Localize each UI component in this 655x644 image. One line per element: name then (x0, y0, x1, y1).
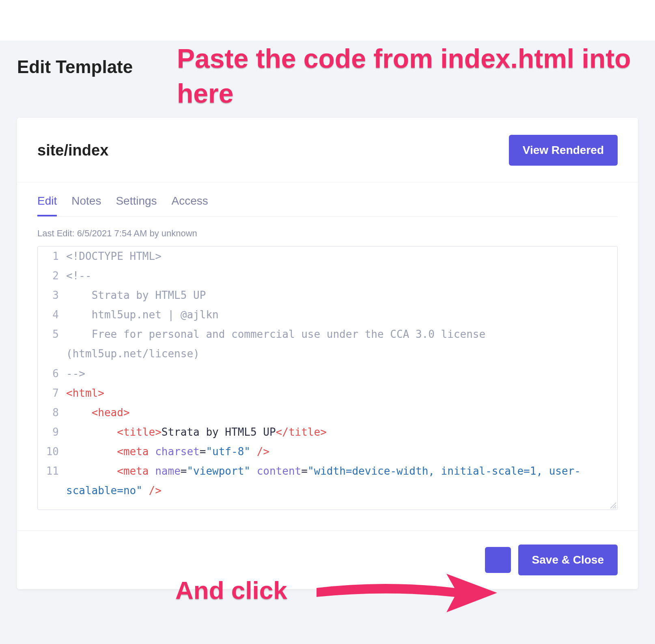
code-text: html5up.net | @ajlkn (66, 305, 617, 324)
line-number: 7 (38, 383, 66, 403)
code-line: 4 html5up.net | @ajlkn (38, 305, 617, 324)
line-number: 9 (38, 422, 66, 442)
line-number: 3 (38, 285, 66, 305)
code-editor[interactable]: 1<!DOCTYPE HTML>2<!--3 Strata by HTML5 U… (37, 246, 618, 510)
code-line: 6--> (38, 364, 617, 383)
annotation-click-instruction: And click (175, 576, 287, 605)
code-line: 10 <meta charset="utf-8" /> (38, 442, 617, 461)
page-title: Edit Template (17, 57, 133, 77)
line-number: 6 (38, 364, 66, 383)
code-line: 1<!DOCTYPE HTML> (38, 246, 617, 266)
resize-handle-icon[interactable] (609, 501, 616, 509)
annotation-paste-instruction: Paste the code from index.html into here (177, 41, 655, 111)
code-line: 5 Free for personal and commercial use u… (38, 324, 617, 363)
last-edit-text: Last Edit: 6/5/2021 7:54 AM by unknown (17, 217, 638, 246)
tab-notes[interactable]: Notes (71, 194, 101, 216)
code-text: Free for personal and commercial use und… (66, 324, 617, 363)
card-header: site/index View Rendered (17, 118, 638, 182)
line-number: 5 (38, 324, 66, 363)
tabs-row: Edit Notes Settings Access (37, 182, 618, 217)
code-text: <meta name="viewport" content="width=dev… (66, 461, 617, 500)
code-text: <head> (66, 403, 617, 422)
line-number: 1 (38, 246, 66, 266)
code-line: 11 <meta name="viewport" content="width=… (38, 461, 617, 500)
code-line: 3 Strata by HTML5 UP (38, 285, 617, 305)
code-text: <title>Strata by HTML5 UP</title> (66, 422, 617, 442)
code-line: 8 <head> (38, 403, 617, 422)
tab-access[interactable]: Access (172, 194, 208, 216)
view-rendered-button[interactable]: View Rendered (509, 135, 618, 166)
code-line: 2<!-- (38, 266, 617, 285)
line-number: 10 (38, 442, 66, 461)
svg-line-0 (610, 503, 616, 508)
code-text: Strata by HTML5 UP (66, 285, 617, 305)
svg-line-2 (615, 507, 616, 508)
code-line: 9 <title>Strata by HTML5 UP</title> (38, 422, 617, 442)
card-footer: Save & Close (17, 530, 638, 589)
editor-card: site/index View Rendered Edit Notes Sett… (17, 118, 638, 589)
tab-edit[interactable]: Edit (37, 194, 57, 216)
template-name: site/index (37, 142, 108, 159)
code-text: <html> (66, 383, 617, 403)
code-text: --> (66, 364, 617, 383)
line-number: 8 (38, 403, 66, 422)
code-line: 7<html> (38, 383, 617, 403)
line-number: 2 (38, 266, 66, 285)
line-number: 4 (38, 305, 66, 324)
code-text: <!DOCTYPE HTML> (66, 246, 617, 266)
code-text: <!-- (66, 266, 617, 285)
save-close-button[interactable]: Save & Close (518, 545, 618, 575)
tab-settings[interactable]: Settings (116, 194, 157, 216)
line-number: 11 (38, 461, 66, 500)
code-text: <meta charset="utf-8" /> (66, 442, 617, 461)
footer-secondary-button[interactable] (485, 547, 511, 573)
